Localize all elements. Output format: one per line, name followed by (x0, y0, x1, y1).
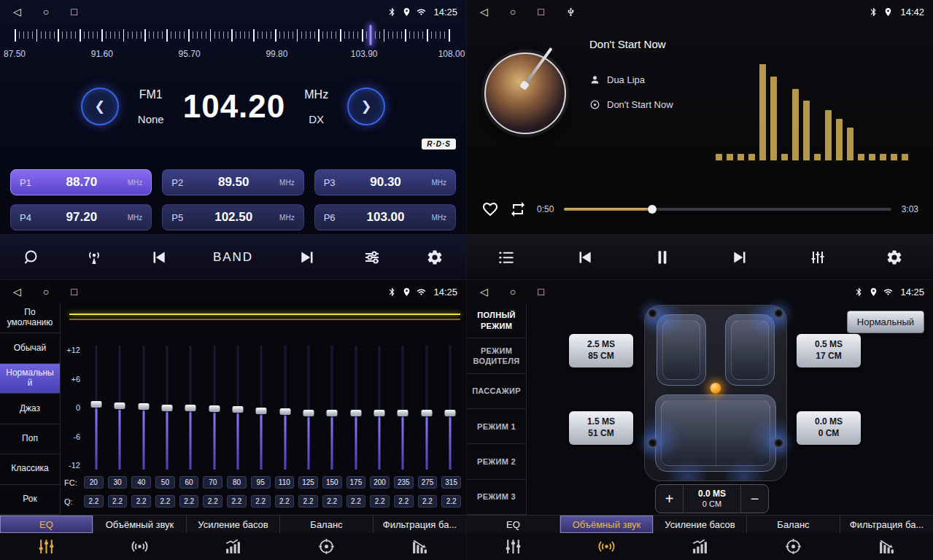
tab-balance[interactable]: Баланс (280, 516, 373, 533)
eq-band-slider[interactable] (226, 346, 249, 470)
progress-knob[interactable] (648, 205, 657, 214)
recents-icon[interactable]: □ (71, 7, 77, 17)
recents-icon[interactable]: □ (71, 287, 77, 297)
previous-track-button[interactable] (575, 248, 594, 267)
eq-slider-knob[interactable] (279, 408, 290, 415)
eq-slider-knob[interactable] (162, 405, 173, 411)
tune-up-button[interactable]: ❯ (347, 88, 385, 125)
eq-slider-knob[interactable] (350, 410, 361, 416)
delay-front-left[interactable]: 2.5 MS 85 CM (569, 334, 633, 368)
band-button[interactable]: BAND (213, 250, 253, 265)
eq-preset-pop[interactable]: Поп (0, 424, 60, 454)
tune-down-button[interactable]: ❮ (81, 88, 119, 125)
eq-slider-knob[interactable] (138, 403, 149, 410)
repeat-button[interactable] (509, 201, 527, 218)
surround-icon[interactable] (560, 533, 654, 560)
tab-bass-boost[interactable]: Усиление басов (187, 516, 280, 533)
next-track-button[interactable] (731, 248, 750, 267)
mixer-button[interactable] (809, 249, 826, 266)
back-icon[interactable]: ◁ (13, 287, 21, 297)
preset-button-p3[interactable]: P3 90.30 MHz (314, 169, 456, 195)
previous-station-button[interactable] (149, 248, 168, 267)
eq-band-slider[interactable] (85, 346, 108, 470)
tab-filter[interactable]: Фильтрация ба... (840, 516, 933, 533)
eq-slider-knob[interactable] (327, 410, 338, 416)
home-icon[interactable]: ○ (43, 7, 49, 17)
tab-eq[interactable]: EQ (0, 516, 93, 533)
mode-driver[interactable]: РЕЖИМ ВОДИТЕЛЯ (467, 338, 526, 373)
delay-front-right[interactable]: 0.5 MS 17 CM (797, 334, 861, 368)
listening-position-marker[interactable] (711, 383, 721, 394)
bass-boost-icon[interactable] (654, 533, 747, 560)
eq-band-slider[interactable] (203, 346, 226, 470)
favorite-button[interactable] (481, 201, 499, 218)
sound-preset-button[interactable]: Нормальный (847, 311, 924, 333)
eq-slider-knob[interactable] (256, 408, 267, 414)
eq-preset-jazz[interactable]: Джаз (0, 394, 60, 424)
bass-boost-icon[interactable] (187, 533, 280, 560)
tab-surround[interactable]: Объёмный звук (93, 516, 187, 533)
eq-slider-knob[interactable] (398, 410, 409, 416)
eq-slider-knob[interactable] (209, 405, 220, 412)
delay-increase-button[interactable]: + (656, 485, 684, 513)
preset-button-p4[interactable]: P4 97.20 MHz (10, 204, 152, 230)
eq-slider-knob[interactable] (91, 401, 102, 408)
surround-icon[interactable] (93, 533, 187, 560)
preset-button-p1[interactable]: P1 88.70 MHz (10, 169, 152, 195)
eq-band-slider[interactable] (132, 346, 155, 470)
tab-bass-boost[interactable]: Усиление басов (654, 516, 747, 533)
mode-full[interactable]: ПОЛНЫЙ РЕЖИМ (467, 303, 526, 338)
queue-button[interactable] (497, 248, 516, 267)
delay-rear-right[interactable]: 0.0 MS 0 CM (797, 411, 861, 445)
mode-2[interactable]: РЕЖИМ 2 (467, 444, 526, 479)
tab-filter[interactable]: Фильтрация ба... (373, 516, 466, 533)
progress-bar[interactable] (564, 208, 891, 211)
eq-sliders-icon[interactable] (467, 533, 560, 560)
eq-band-slider[interactable] (344, 346, 367, 470)
back-icon[interactable]: ◁ (480, 7, 488, 17)
home-icon[interactable]: ○ (510, 287, 516, 297)
back-icon[interactable]: ◁ (480, 287, 488, 297)
delay-decrease-button[interactable]: − (740, 485, 768, 513)
eq-band-slider[interactable] (368, 346, 391, 470)
eq-band-slider[interactable] (249, 346, 273, 470)
eq-preset-default[interactable]: По умолчанию (0, 303, 60, 333)
eq-slider-knob[interactable] (303, 410, 314, 416)
eq-slider-knob[interactable] (233, 406, 244, 413)
eq-band-slider[interactable] (297, 346, 320, 470)
frequency-scale[interactable]: 87.50 91.60 95.70 99.80 103.90 108.00 (15, 25, 452, 73)
mode-passenger[interactable]: ПАССАЖИР (467, 374, 526, 409)
eq-slider-knob[interactable] (373, 410, 384, 416)
eq-band-slider[interactable] (414, 346, 438, 470)
back-icon[interactable]: ◁ (13, 7, 21, 17)
preset-button-p6[interactable]: P6 103.00 MHz (314, 204, 456, 230)
eq-slider-knob[interactable] (185, 405, 196, 411)
tab-eq[interactable]: EQ (467, 516, 560, 533)
eq-sliders-icon[interactable] (0, 533, 93, 560)
pause-button[interactable] (653, 248, 672, 267)
scan-button[interactable] (23, 249, 40, 266)
eq-slider-knob[interactable] (115, 402, 125, 409)
home-icon[interactable]: ○ (510, 7, 516, 17)
eq-preset-classic[interactable]: Классика (0, 454, 60, 484)
eq-band-slider[interactable] (274, 346, 297, 470)
balance-icon[interactable] (279, 533, 373, 560)
next-station-button[interactable] (298, 248, 317, 267)
eq-slider-knob[interactable] (444, 410, 455, 416)
filter-icon[interactable] (373, 533, 466, 560)
mode-3[interactable]: РЕЖИМ 3 (467, 480, 526, 515)
settings-gear-button[interactable] (426, 249, 444, 266)
recents-icon[interactable]: □ (538, 7, 543, 17)
recents-icon[interactable]: □ (538, 287, 543, 297)
balance-icon[interactable] (746, 533, 840, 560)
eq-band-slider[interactable] (320, 346, 344, 470)
eq-preset-normal[interactable]: Нормальный (0, 364, 60, 394)
eq-band-slider[interactable] (155, 346, 179, 470)
eq-preset-custom[interactable]: Обычай (0, 333, 60, 363)
tab-surround[interactable]: Объёмный звук (560, 516, 654, 533)
home-icon[interactable]: ○ (43, 287, 49, 297)
audio-settings-button[interactable] (363, 249, 381, 266)
tab-balance[interactable]: Баланс (747, 516, 840, 533)
eq-slider-knob[interactable] (421, 410, 432, 416)
filter-icon[interactable] (840, 533, 933, 560)
